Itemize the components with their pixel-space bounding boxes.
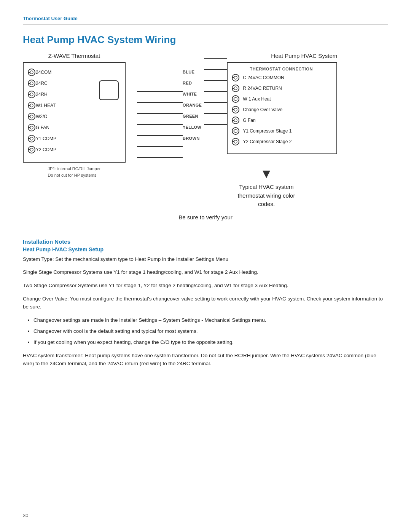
terminal-row: 24COM <box>27 68 119 77</box>
hvac-terminal-icon-cov <box>231 105 240 114</box>
terminal-icon-24com <box>27 68 36 77</box>
thermostat-label: Z-WAVE Thermostat <box>48 53 100 59</box>
hvac-terminal-row-w1: W 1 Aux Heat <box>231 95 331 103</box>
verify-note: Be sure to verify your <box>23 214 388 220</box>
color-white: WHITE <box>183 88 202 99</box>
terminal-icon-24rh <box>27 90 36 99</box>
svg-point-32 <box>234 97 237 101</box>
color-yellow: YELLOW <box>183 121 202 133</box>
terminal-name-y2comp: Y2 COMP <box>36 147 59 152</box>
terminal-name-w2o: W2/O <box>36 114 59 119</box>
svg-point-38 <box>234 119 237 122</box>
terminal-icon-24rc <box>27 79 36 88</box>
hvac-terminal-row-g: G Fan <box>231 116 331 125</box>
note-para-final: HVAC system transformer: Heat pump syste… <box>23 352 388 368</box>
arrow-down-icon <box>263 171 270 178</box>
thermostat-box: 24COM 24RC 24RH W1 HEAT W2/O <box>23 62 126 163</box>
svg-point-13 <box>30 115 33 118</box>
terminal-icon-y2comp <box>27 145 36 154</box>
svg-rect-24 <box>99 81 118 100</box>
hvac-box: THERMOSTAT CONNECTION C 24VAC COMMON R 2… <box>227 62 337 154</box>
hvac-terminal-label-y2: Y2 Compressor Stage 2 <box>243 139 292 144</box>
hvac-terminal-row-cov: Change Over Valve <box>231 105 331 114</box>
svg-point-44 <box>234 140 237 143</box>
wire-lines-right <box>204 53 227 130</box>
bullet-list: Changeover settings are made in the Inst… <box>33 316 388 347</box>
svg-point-29 <box>234 87 237 90</box>
hvac-terminal-label-cov: Change Over Valve <box>243 107 282 112</box>
jp1-note: JP1: internal RC/RH Jumper Do not cut fo… <box>48 166 101 178</box>
color-labels: BLUE RED WHITE ORANGE GREEN YELLOW BROWN <box>183 53 202 144</box>
note-para-3: Two Stage Compressor Systems use Y1 for … <box>23 282 388 290</box>
hvac-terminal-label-g: G Fan <box>243 118 255 123</box>
subsection-title: Heat Pump HVAC System Setup <box>23 246 388 252</box>
note-para-4: Change Over Valve: You must configure th… <box>23 295 388 311</box>
color-orange: ORANGE <box>183 99 202 110</box>
terminal-icon-gfan <box>27 123 36 132</box>
hvac-terminal-label-w1: W 1 Aux Heat <box>243 96 271 102</box>
terminal-row: Y2 COMP <box>27 145 119 154</box>
hvac-box-wrapper: Heat Pump HVAC System THERMOSTAT CONNECT… <box>227 53 337 154</box>
hvac-terminal-icon-c <box>231 73 240 82</box>
hvac-label: Heat Pump HVAC System <box>227 53 337 59</box>
header-title: Thermostat User Guide <box>23 16 78 21</box>
svg-point-26 <box>234 76 237 79</box>
terminal-icon-y1comp <box>27 134 36 143</box>
page-number: 30 <box>23 513 28 518</box>
terminal-icon-w2o <box>27 112 36 121</box>
terminal-row: Y1 COMP <box>27 134 119 143</box>
color-red: RED <box>183 77 202 88</box>
hvac-terminal-row-y2: Y2 Compressor Stage 2 <box>231 137 331 146</box>
wiring-diagram-section: Z-WAVE Thermostat 24COM 24RC 24RH W1 <box>23 53 388 178</box>
terminal-icon-w1heat <box>27 101 36 110</box>
hvac-terminal-row-c: C 24VAC COMMON <box>231 73 331 82</box>
terminal-name-24rc: 24RC <box>36 81 59 86</box>
header-bar: Thermostat User Guide <box>23 15 388 25</box>
typical-note-section: Typical HVAC systemthermostat wiring col… <box>145 171 388 210</box>
bullet-item-1: Changeover settings are made in the Inst… <box>33 316 388 324</box>
svg-point-19 <box>30 137 33 140</box>
terminal-name-gfan: G FAN <box>36 125 59 130</box>
svg-point-7 <box>30 93 33 96</box>
bullet-item-3: If you get cooling when you expect heati… <box>33 339 388 347</box>
hvac-terminal-row-r: R 24VAC RETURN <box>231 84 331 93</box>
note-para-2: Single Stage Compressor Systems use Y1 f… <box>23 268 388 276</box>
color-green: GREEN <box>183 110 202 121</box>
terminal-name-w1heat: W1 HEAT <box>36 103 59 108</box>
svg-point-41 <box>234 129 237 133</box>
hvac-terminal-label-c: C 24VAC COMMON <box>243 75 284 80</box>
installation-notes-section: Installation Notes Heat Pump HVAC System… <box>23 238 388 368</box>
jumper-rectangle <box>97 79 120 128</box>
page-main-title: Heat Pump HVAC System Wiring <box>23 34 388 46</box>
note-para-1: System Type: Set the mechanical system t… <box>23 256 388 264</box>
installation-notes-title: Installation Notes <box>23 238 388 245</box>
hvac-connection-header: THERMOSTAT CONNECTION <box>231 67 331 71</box>
svg-point-22 <box>30 148 33 151</box>
hvac-terminal-label-y1: Y1 Compressor Stage 1 <box>243 128 292 134</box>
divider <box>23 232 388 232</box>
hvac-terminal-icon-r <box>231 84 240 93</box>
terminal-name-24com: 24COM <box>36 70 59 75</box>
svg-point-35 <box>234 108 237 111</box>
hvac-terminal-icon-y1 <box>231 127 240 135</box>
typical-note: Typical HVAC systemthermostat wiring col… <box>238 183 295 209</box>
hvac-terminal-icon-w1 <box>231 95 240 103</box>
svg-point-1 <box>30 71 33 74</box>
color-brown: BROWN <box>183 133 202 144</box>
svg-point-16 <box>30 126 33 129</box>
hvac-terminal-icon-y2 <box>231 137 240 146</box>
thermostat-box-wrapper: Z-WAVE Thermostat 24COM 24RC 24RH W1 <box>23 53 126 178</box>
hvac-terminal-label-r: R 24VAC RETURN <box>243 86 282 91</box>
svg-point-10 <box>30 104 33 107</box>
color-blue: BLUE <box>183 66 202 77</box>
hvac-terminal-row-y1: Y1 Compressor Stage 1 <box>231 127 331 135</box>
bullet-item-2: Changeover with cool is the default sett… <box>33 328 388 335</box>
terminal-name-24rh: 24RH <box>36 92 59 97</box>
hvac-terminal-icon-g <box>231 116 240 125</box>
svg-point-4 <box>30 82 33 85</box>
wire-lines-left <box>137 53 183 163</box>
terminal-name-y1comp: Y1 COMP <box>36 136 59 141</box>
